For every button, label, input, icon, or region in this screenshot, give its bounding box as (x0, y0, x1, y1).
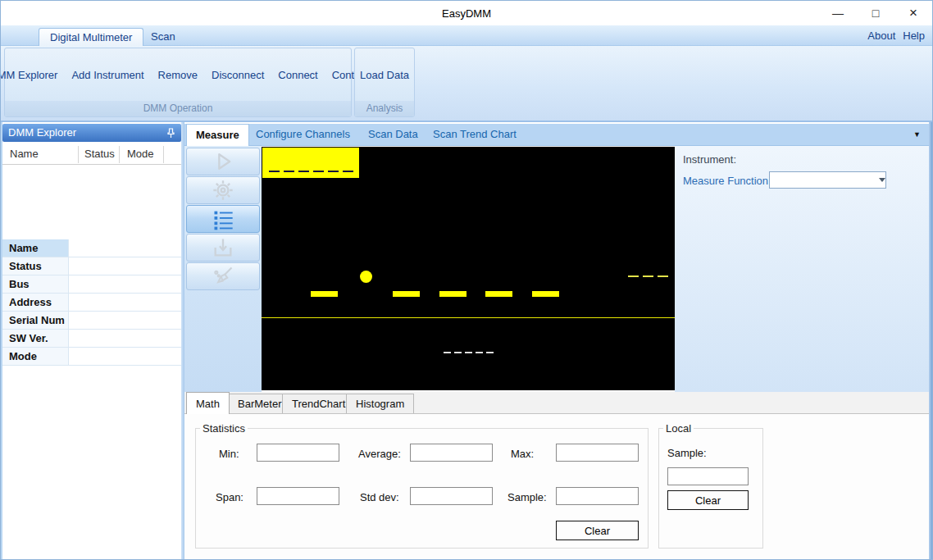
data-list-button[interactable] (186, 205, 260, 233)
average-label: Average: (358, 448, 401, 460)
window-controls: — □ × (819, 1, 932, 25)
dmm-explorer-panel-header[interactable]: DMM Explorer (2, 124, 181, 142)
property-label: Address (2, 294, 69, 311)
display-dash (476, 352, 483, 353)
help-link[interactable]: Help (903, 30, 925, 42)
display-dash (643, 275, 653, 277)
window-title: EasyDMM (1, 7, 932, 20)
local-title: Local (663, 422, 694, 435)
table-row[interactable]: Name (2, 239, 181, 257)
tab-histogram[interactable]: Histogram (346, 394, 414, 414)
max-label: Max: (511, 448, 534, 460)
measurement-display (262, 147, 675, 390)
remove-button[interactable]: Remove (157, 66, 198, 84)
dmm-explorer-panel-title: DMM Explorer (8, 126, 76, 139)
table-row[interactable]: Serial Num (2, 312, 181, 330)
average-input[interactable] (410, 444, 493, 462)
combo-caret-icon[interactable] (879, 178, 885, 182)
tab-configure-channels[interactable]: Configure Channels (247, 124, 359, 146)
load-data-button[interactable]: Load Data (359, 66, 410, 84)
local-sample-label: Sample: (667, 447, 707, 459)
tab-scan-trend-chart[interactable]: Scan Trend Chart (424, 124, 526, 146)
analysis-panel: Math BarMeter TrendChart Histogram Stati… (184, 392, 929, 560)
measure-toolbar (184, 146, 262, 392)
measure-function-label: Measure Function (683, 175, 768, 187)
gear-icon (212, 179, 234, 202)
disconnect-button[interactable]: Disconnect (211, 66, 265, 84)
display-dash (444, 352, 451, 353)
connect-button[interactable]: Connect (277, 66, 318, 84)
list-icon (212, 207, 234, 230)
property-value (69, 275, 181, 293)
instrument-list-header: Name Status Mode (2, 144, 181, 165)
tab-scan-data[interactable]: Scan Data (359, 124, 427, 146)
property-label: Bus (2, 275, 69, 293)
display-dash (298, 171, 309, 172)
maximize-icon[interactable]: □ (857, 1, 894, 25)
span-input[interactable] (257, 487, 339, 505)
property-label: Name (2, 239, 69, 257)
minimize-icon[interactable]: — (819, 1, 857, 25)
column-separator (78, 146, 79, 163)
local-sample-input[interactable] (667, 467, 749, 485)
display-dash (313, 171, 324, 172)
display-dash (311, 291, 338, 297)
table-row[interactable]: Status (2, 257, 181, 275)
pin-icon[interactable] (166, 128, 175, 139)
broom-icon (212, 265, 234, 288)
display-dash (284, 171, 294, 172)
close-icon[interactable]: × (894, 1, 932, 25)
math-tab-content: Statistics Min: Average: Max: Span: Std … (184, 413, 929, 560)
column-separator (163, 146, 164, 163)
clear-display-button[interactable] (186, 262, 260, 290)
tab-math[interactable]: Math (186, 392, 230, 414)
tab-measure[interactable]: Measure (186, 124, 249, 146)
display-dash (328, 171, 339, 172)
tab-trendchart[interactable]: TrendChart (282, 394, 355, 414)
table-row[interactable]: Bus (2, 275, 181, 294)
max-input[interactable] (556, 444, 639, 462)
settings-button[interactable] (186, 176, 260, 204)
property-value (69, 239, 181, 257)
dmm-explorer-button[interactable]: DMM Explorer (0, 66, 58, 84)
measure-function-select[interactable] (769, 171, 886, 189)
display-separator-line (262, 317, 675, 318)
table-row[interactable]: Address (2, 294, 181, 312)
display-dash (658, 275, 668, 277)
min-input[interactable] (257, 444, 339, 462)
ribbon-group-dmm-operation: DMM Explorer Add Instrument Remove Disco… (4, 48, 352, 117)
display-dash (454, 352, 462, 353)
about-link[interactable]: About (867, 30, 895, 42)
local-clear-button[interactable]: Clear (667, 490, 749, 510)
property-label: SW Ver. (2, 330, 69, 347)
min-label: Min: (219, 448, 239, 460)
instrument-label: Instrument: (683, 153, 736, 166)
run-button[interactable] (186, 148, 260, 175)
instrument-panel: Instrument: Measure Function (675, 146, 929, 392)
dmm-explorer-panel: DMM Explorer Name Status Mode Name Statu… (2, 122, 181, 560)
add-instrument-button[interactable]: Add Instrument (71, 66, 144, 84)
display-dash (485, 291, 512, 297)
sample-input[interactable] (556, 487, 639, 505)
display-dash (343, 171, 353, 172)
tab-digital-multimeter[interactable]: Digital Multimeter (39, 28, 143, 46)
tab-scan[interactable]: Scan (140, 28, 186, 46)
table-row[interactable]: Mode (2, 348, 181, 366)
stddev-label: Std dev: (360, 491, 399, 503)
column-status[interactable]: Status (84, 148, 115, 160)
table-row[interactable]: SW Ver. (2, 330, 181, 348)
stddev-input[interactable] (410, 487, 493, 505)
ribbon-group-analysis: Load Data Analysis (354, 48, 415, 117)
span-label: Span: (216, 491, 243, 503)
statistics-clear-button[interactable]: Clear (556, 521, 639, 540)
chevron-down-icon[interactable]: ▼ (913, 130, 921, 139)
column-mode[interactable]: Mode (127, 148, 154, 160)
column-name[interactable]: Name (10, 148, 39, 160)
title-bar: EasyDMM — □ × (1, 1, 932, 25)
ribbon: DMM Explorer Add Instrument Remove Disco… (1, 46, 932, 121)
property-value (69, 330, 181, 347)
window-border-right (929, 122, 933, 560)
display-dash (465, 352, 472, 353)
column-separator (119, 146, 120, 163)
save-data-button[interactable] (186, 234, 260, 262)
